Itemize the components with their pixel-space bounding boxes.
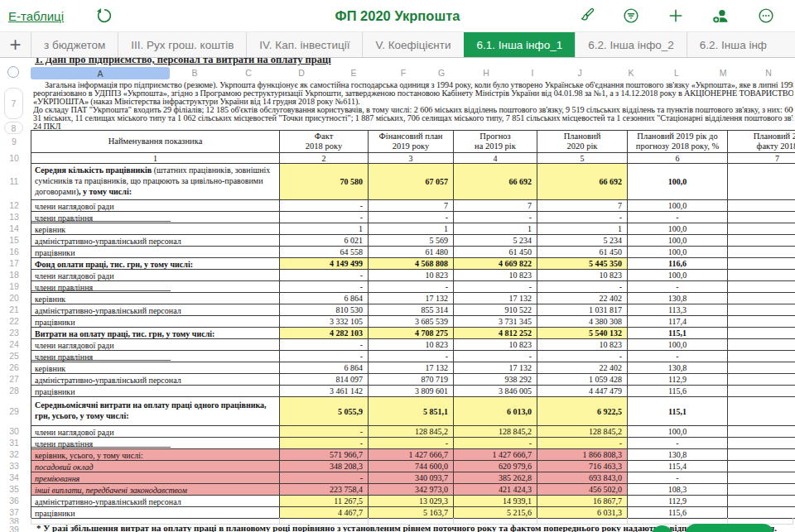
value-cell[interactable]: 61 450 — [454, 247, 537, 258]
empty-cell[interactable] — [728, 223, 795, 235]
value-cell[interactable]: 14 939,1 — [454, 496, 537, 507]
value-cell[interactable]: 4 467,7 — [280, 507, 369, 519]
value-cell[interactable]: 6 031,3 — [537, 507, 628, 519]
row-header-13[interactable]: 13 — [0, 211, 28, 223]
value-cell[interactable]: - — [537, 212, 628, 223]
sheet-tab-1[interactable]: з бюджетом — [31, 32, 118, 57]
empty-cell[interactable] — [728, 362, 795, 374]
value-cell[interactable]: - — [280, 281, 369, 293]
value-cell[interactable]: 340 093,7 — [369, 472, 454, 484]
value-cell[interactable]: 4 380 308 — [537, 316, 628, 328]
value-cell[interactable]: - — [628, 472, 728, 484]
row-label-cell[interactable]: керівник — [31, 293, 280, 304]
row-header-21[interactable]: 21 — [0, 304, 28, 315]
value-cell[interactable]: - — [280, 438, 369, 449]
value-cell[interactable]: - — [280, 426, 369, 438]
row-header-27[interactable]: 27 — [0, 373, 28, 385]
value-cell[interactable]: 22 402 — [537, 293, 628, 304]
value-cell[interactable]: 5 234 — [537, 235, 628, 247]
value-cell[interactable]: 115,6 — [628, 507, 728, 519]
row-label-cell[interactable]: працівники — [31, 386, 280, 397]
header-cell[interactable]: Фінансовий план2019 року — [369, 131, 454, 153]
value-cell[interactable]: 13 029,3 — [369, 496, 454, 507]
value-cell[interactable]: 1 — [454, 223, 537, 235]
value-cell[interactable]: 113,3 — [628, 304, 728, 316]
column-letter[interactable]: I — [532, 68, 534, 78]
row-label-cell[interactable]: члени правління — [31, 281, 280, 293]
empty-cell[interactable] — [728, 351, 795, 362]
empty-cell[interactable] — [728, 235, 795, 247]
value-cell[interactable]: 814 097 — [280, 374, 369, 386]
value-cell[interactable]: 223 758,4 — [280, 484, 369, 496]
value-cell[interactable]: 61 450 — [537, 247, 628, 258]
value-cell[interactable]: 117,4 — [628, 316, 728, 328]
empty-cell[interactable] — [728, 397, 795, 426]
row-header-25[interactable]: 25 — [0, 350, 28, 362]
empty-cell[interactable] — [728, 374, 795, 386]
value-cell[interactable]: 115,4 — [628, 461, 728, 472]
value-cell[interactable]: - — [454, 281, 537, 293]
empty-cell[interactable] — [728, 281, 795, 293]
select-all-circle-icon[interactable] — [7, 66, 19, 78]
empty-cell[interactable] — [728, 200, 795, 212]
back-link[interactable]: Е-таблиці — [8, 9, 64, 23]
row-header-12[interactable]: 12 — [0, 199, 28, 211]
value-cell[interactable]: - — [454, 212, 537, 223]
value-cell[interactable]: 1 866 808,3 — [537, 449, 628, 461]
value-cell[interactable]: 7 — [454, 200, 537, 212]
value-cell[interactable]: 10 823 — [454, 270, 537, 281]
row-header-16[interactable]: 16 — [0, 246, 28, 257]
row-label-cell[interactable]: члени правління — [31, 351, 280, 362]
value-cell[interactable]: 22 402 — [537, 362, 628, 374]
row-header-9[interactable]: 9 — [0, 130, 28, 152]
row-label-cell[interactable]: члени правління — [31, 438, 280, 449]
value-cell[interactable]: 10 823 — [537, 339, 628, 351]
value-cell[interactable]: 5 215,6 — [454, 507, 537, 519]
value-cell[interactable]: 17 132 — [454, 293, 537, 304]
value-cell[interactable]: 6 922,5 — [537, 397, 628, 426]
row-header-30[interactable]: 30 — [0, 425, 28, 437]
value-cell[interactable]: 3 461 142 — [280, 386, 369, 397]
value-cell[interactable]: 6 864 — [280, 362, 369, 374]
row-header-32[interactable]: 32 — [0, 448, 28, 460]
empty-cell[interactable] — [728, 212, 795, 223]
value-cell[interactable]: 115,1 — [628, 328, 728, 339]
value-cell[interactable]: - — [369, 438, 454, 449]
value-cell[interactable]: 348 208,3 — [280, 461, 369, 472]
value-cell[interactable]: 66 692 — [454, 164, 537, 200]
value-cell[interactable]: 620 979,6 — [454, 461, 537, 472]
row-label-cell[interactable]: посадовий оклад — [31, 461, 280, 472]
value-cell[interactable]: 693 843,0 — [537, 472, 628, 484]
value-cell[interactable]: 1 — [369, 223, 454, 235]
value-cell[interactable]: 100,0 — [628, 200, 728, 212]
empty-cell[interactable] — [728, 339, 795, 351]
value-cell[interactable]: 10 823 — [454, 339, 537, 351]
value-cell[interactable]: 130,8 — [628, 293, 728, 304]
column-letter[interactable]: D — [298, 68, 305, 78]
column-letter[interactable]: B — [191, 68, 197, 78]
value-cell[interactable]: 100,0 — [628, 247, 728, 258]
value-cell[interactable]: 16 867,7 — [537, 496, 628, 507]
value-cell[interactable]: 128 845,2 — [454, 426, 537, 438]
value-cell[interactable]: 100,0 — [628, 235, 728, 247]
row-header-39[interactable]: 39 — [0, 524, 28, 532]
empty-cell[interactable] — [728, 293, 795, 304]
empty-cell[interactable] — [728, 472, 795, 484]
value-cell[interactable]: 128 845,2 — [537, 426, 628, 438]
row-label-cell[interactable]: Середньомісячні витрати на оплату праці … — [31, 397, 280, 426]
value-cell[interactable]: - — [280, 200, 369, 212]
value-cell[interactable]: 112,9 — [628, 374, 728, 386]
column-number-cell[interactable]: 4 — [454, 153, 537, 164]
value-cell[interactable]: 855 314 — [369, 304, 454, 316]
value-cell[interactable]: 1 — [280, 223, 369, 235]
value-cell[interactable]: - — [454, 351, 537, 362]
row-header-22[interactable]: 22 — [0, 315, 28, 327]
column-number-cell[interactable]: 1 — [31, 153, 280, 164]
value-cell[interactable]: 1 059 428 — [537, 374, 628, 386]
value-cell[interactable]: 4 708 275 — [369, 328, 454, 339]
empty-cell[interactable] — [728, 258, 795, 270]
value-cell[interactable]: 716 463,3 — [537, 461, 628, 472]
value-cell[interactable]: 130,8 — [628, 362, 728, 374]
row-header-23[interactable]: 23 — [0, 327, 28, 338]
row-label-cell[interactable]: члени наглядової ради — [31, 270, 280, 281]
